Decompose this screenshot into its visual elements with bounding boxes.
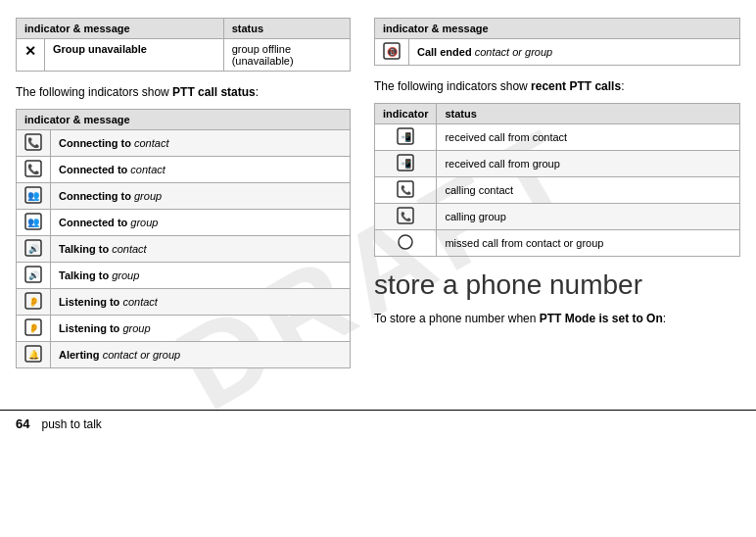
received-group-icon: 📲	[375, 151, 437, 177]
store-heading: store a phone number	[374, 268, 740, 302]
page-footer: 64 push to talk	[0, 410, 756, 437]
alerting-icon: 🔔	[17, 342, 51, 368]
calling-contact-icon: 📞	[375, 177, 437, 204]
connecting-contact-icon: 📞	[17, 130, 51, 157]
connected-group-label: Connected to group	[51, 210, 351, 236]
group-unavailable-status: group offline(unavailable)	[223, 39, 350, 72]
ptt-table-header: indicator & message	[17, 110, 351, 130]
table-row: 📲 received call from contact	[375, 124, 740, 151]
table-row: 👥 Connected to group	[17, 210, 351, 236]
top-table-header-status: status	[223, 19, 350, 39]
missed-call-icon	[375, 230, 437, 257]
table-row: 📞 calling group	[375, 204, 740, 230]
svg-text:📞: 📞	[27, 136, 40, 149]
connected-contact-icon: 📞	[17, 157, 51, 183]
calling-group-icon: 📞	[375, 204, 437, 230]
received-contact-icon: 📲	[375, 124, 437, 151]
top-table-header-indicator: indicator & message	[17, 19, 224, 39]
listening-group-icon: 👂	[17, 316, 51, 342]
calling-contact-status: calling contact	[437, 177, 740, 204]
recent-table-header-indicator: indicator	[375, 104, 437, 124]
table-row: 📲 received call from group	[375, 151, 740, 177]
calling-group-status: calling group	[437, 204, 740, 230]
group-unavailable-row: ✕ Group unavailable group offline(unavai…	[17, 39, 351, 72]
table-row: 📞 Connected to contact	[17, 157, 351, 183]
call-ended-row: 📵 Call ended contact or group	[375, 39, 740, 66]
store-intro: To store a phone number when PTT Mode is…	[374, 310, 740, 327]
svg-text:📵: 📵	[387, 46, 399, 58]
left-column: indicator & message status ✕ Group unava…	[0, 10, 362, 388]
table-row: missed call from contact or group	[375, 230, 740, 257]
group-unavailable-indicator: Group unavailable	[45, 39, 224, 72]
svg-text:📞: 📞	[401, 184, 412, 196]
svg-text:📞: 📞	[401, 211, 412, 222]
page-container: indicator & message status ✕ Group unava…	[0, 0, 756, 398]
talking-contact-label: Talking to contact	[51, 236, 351, 263]
call-ended-label: Call ended contact or group	[409, 39, 740, 66]
right-column: indicator & message 📵 Call ended contact…	[362, 10, 756, 388]
call-ended-header: indicator & message	[375, 19, 740, 39]
table-row: 🔊 Talking to contact	[17, 236, 351, 263]
listening-contact-label: Listening to contact	[51, 289, 351, 316]
svg-text:👥: 👥	[27, 189, 40, 202]
group-unavailable-icon: ✕	[17, 39, 45, 72]
svg-point-28	[399, 235, 412, 249]
footer-text: push to talk	[41, 417, 101, 431]
recent-intro-text: The following indicators show recent PTT…	[374, 77, 740, 95]
listening-contact-icon: 👂	[17, 289, 51, 316]
svg-text:👂: 👂	[28, 296, 40, 308]
svg-text:👥: 👥	[27, 216, 40, 228]
connecting-group-label: Connecting to group	[51, 183, 351, 210]
ptt-intro-text: The following indicators show PTT call s…	[16, 83, 351, 101]
table-row: 🔊 Talking to group	[17, 263, 351, 289]
connecting-group-icon: 👥	[17, 183, 51, 210]
table-row: 📞 calling contact	[375, 177, 740, 204]
call-ended-table: indicator & message 📵 Call ended contact…	[374, 18, 740, 66]
recent-ptt-calls-table: indicator status 📲 received call from co…	[374, 103, 740, 257]
connected-group-icon: 👥	[17, 210, 51, 236]
table-row: 📞 Connecting to contact	[17, 130, 351, 157]
received-contact-status: received call from contact	[437, 124, 740, 151]
connecting-contact-label: Connecting to contact	[51, 130, 351, 157]
table-row: 👂 Listening to contact	[17, 289, 351, 316]
connected-contact-label: Connected to contact	[51, 157, 351, 183]
talking-contact-icon: 🔊	[17, 236, 51, 263]
missed-call-status: missed call from contact or group	[437, 230, 740, 257]
svg-text:🔔: 🔔	[28, 349, 40, 361]
svg-text:📞: 📞	[27, 163, 40, 175]
svg-text:🔊: 🔊	[28, 269, 40, 281]
recent-table-header-status: status	[437, 104, 740, 124]
listening-group-label: Listening to group	[51, 316, 351, 342]
received-group-status: received call from group	[437, 151, 740, 177]
table-row: 👂 Listening to group	[17, 316, 351, 342]
table-row: 👥 Connecting to group	[17, 183, 351, 210]
table-row: 🔔 Alerting contact or group	[17, 342, 351, 368]
talking-group-label: Talking to group	[51, 263, 351, 289]
svg-text:📲: 📲	[401, 131, 412, 143]
ptt-call-status-table: indicator & message 📞 Connecting to cont…	[16, 109, 351, 368]
alerting-label: Alerting contact or group	[51, 342, 351, 368]
svg-text:🔊: 🔊	[28, 243, 40, 255]
call-ended-icon: 📵	[375, 39, 409, 66]
svg-text:👂: 👂	[28, 322, 40, 334]
svg-text:📲: 📲	[401, 158, 412, 170]
talking-group-icon: 🔊	[17, 263, 51, 289]
page-number: 64	[16, 416, 29, 431]
group-unavailable-table: indicator & message status ✕ Group unava…	[16, 18, 351, 72]
